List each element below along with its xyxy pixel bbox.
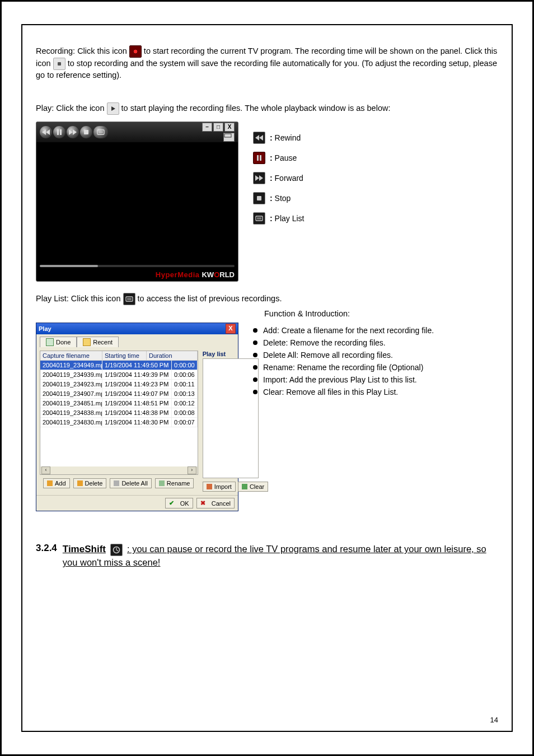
bullet-icon — [253, 328, 257, 333]
rewind-icon — [253, 132, 265, 144]
close-button[interactable]: X — [224, 123, 235, 132]
legend-playlist: : Play List — [253, 212, 498, 225]
forward-icon — [253, 172, 265, 184]
list-item: Import: Add the previous Play List to th… — [263, 375, 417, 384]
text: Play: Click the icon — [36, 103, 107, 112]
delete-all-icon — [114, 480, 119, 486]
text: to start playing the recording files. Th… — [121, 103, 391, 112]
stop-icon — [253, 192, 265, 204]
bullet-icon — [253, 390, 257, 394]
player-forward-button[interactable] — [67, 126, 79, 138]
add-button[interactable]: Add — [43, 478, 70, 488]
rename-icon — [159, 480, 165, 486]
pause-icon — [253, 152, 265, 164]
legend-pause: : Pause — [253, 152, 498, 164]
file-list[interactable]: Capture filename Starting time Duration … — [40, 351, 198, 475]
tab-done[interactable]: Done — [40, 337, 77, 347]
player-progress[interactable] — [36, 263, 238, 269]
table-row[interactable]: 20040119_234838.mpg1/19/2004 11:48:38 PM… — [40, 408, 198, 418]
svg-marker-15 — [259, 135, 263, 141]
table-row[interactable]: 20040119_234923.mpg1/19/2004 11:49:23 PM… — [40, 380, 198, 389]
scroll-right-icon[interactable]: › — [188, 466, 196, 474]
svg-marker-3 — [42, 129, 46, 135]
svg-point-0 — [133, 49, 138, 54]
scroll-left-icon[interactable]: ‹ — [41, 466, 50, 474]
playlist-icon-inline — [123, 293, 135, 305]
h-scrollbar[interactable]: ‹ › — [40, 466, 198, 474]
import-button[interactable]: Import — [203, 482, 236, 492]
cancel-button[interactable]: ✖ Cancel — [196, 498, 235, 508]
svg-rect-21 — [256, 216, 263, 221]
section-3-2-4: 3.2.4 TimeShift : you can pause or recor… — [36, 543, 498, 569]
svg-rect-1 — [58, 62, 61, 66]
table-row[interactable]: 20040119_234939.mpg1/19/2004 11:49:39 PM… — [40, 370, 198, 380]
section-desc: : you can pause or record the live TV pr… — [63, 544, 486, 567]
timeshift-icon — [110, 544, 123, 556]
playlist-heading: Play list — [203, 351, 259, 357]
player-stop-button[interactable] — [80, 126, 92, 138]
bullet-icon — [253, 377, 257, 382]
folder-icon — [46, 338, 54, 346]
section-title: TimeShift — [63, 544, 106, 554]
svg-marker-7 — [69, 129, 73, 135]
section-number: 3.2.4 — [36, 543, 57, 554]
text: to stop recording and the system will sa… — [36, 59, 497, 80]
table-row[interactable]: 20040119_234830.mpg1/19/2004 11:48:30 PM… — [40, 418, 198, 427]
table-row[interactable]: 20040119_234851.mpg1/19/2004 11:48:51 PM… — [40, 399, 198, 408]
list-item: Delete All: Remove all recording files. — [263, 351, 393, 360]
player-rewind-button[interactable] — [40, 126, 52, 138]
delete-button[interactable]: Delete — [73, 478, 107, 488]
func-intro-label: Function & Introduction: — [264, 309, 498, 320]
player-pause-button[interactable] — [53, 126, 65, 138]
dialog-close-button[interactable]: X — [226, 324, 236, 334]
page-number: 14 — [490, 716, 498, 724]
function-bullets: Add: Create a filename for the next reco… — [253, 326, 498, 396]
file-list-header: Capture filename Starting time Duration — [40, 351, 198, 361]
svg-rect-16 — [257, 155, 259, 161]
svg-rect-13 — [224, 134, 231, 137]
svg-rect-24 — [126, 297, 133, 301]
dialog-title: Play — [39, 325, 51, 332]
svg-rect-5 — [57, 129, 59, 135]
player-brand: HyperMedia KWORLD — [36, 269, 238, 281]
svg-rect-20 — [257, 196, 261, 200]
delete-all-button[interactable]: Delete All — [110, 478, 151, 488]
svg-rect-10 — [97, 130, 104, 134]
list-item: Delete: Remove the recording files. — [263, 338, 386, 347]
brand-kworld: KWORLD — [202, 270, 235, 279]
text: Recording: Click this icon — [36, 46, 129, 55]
svg-marker-18 — [255, 175, 259, 181]
legend-rewind: : Rewind — [253, 132, 498, 144]
minimize-button[interactable]: – — [202, 123, 212, 132]
player-playlist-button[interactable] — [93, 126, 108, 138]
svg-marker-14 — [255, 135, 259, 141]
table-row[interactable]: 20040119_234907.mpg1/19/2004 11:49:07 PM… — [40, 389, 198, 399]
table-row[interactable]: 20040119_234949.mpg1/19/2004 11:49:50 PM… — [40, 361, 198, 370]
list-item: Clear: Remove all files in this Play Lis… — [263, 388, 398, 396]
bullet-icon — [253, 353, 257, 357]
tab-recent[interactable]: Recent — [77, 337, 119, 347]
svg-rect-9 — [84, 130, 88, 134]
player-window-controls: – □ X — [202, 123, 235, 142]
clear-button[interactable]: Clear — [238, 482, 268, 492]
recording-paragraph: Recording: Click this icon to start reco… — [36, 45, 498, 81]
svg-rect-17 — [260, 155, 261, 161]
maximize-button[interactable]: □ — [213, 123, 223, 132]
text: Play List: Click this icon — [36, 293, 123, 302]
svg-marker-19 — [259, 175, 263, 181]
clear-icon — [242, 484, 247, 489]
list-item: Rename: Rename the recording file (Optio… — [263, 363, 423, 372]
svg-marker-4 — [46, 129, 50, 135]
playlist-box[interactable] — [203, 358, 259, 478]
ok-button[interactable]: ✔ OK — [165, 498, 193, 508]
aux-button[interactable] — [223, 133, 235, 142]
bullet-icon — [253, 365, 257, 370]
player-window: – □ X HyperMedia KWORLD — [36, 122, 238, 282]
rename-button[interactable]: Rename — [155, 478, 194, 488]
play-paragraph: Play: Click the icon to start playing th… — [36, 102, 498, 115]
play-icon — [107, 102, 119, 115]
svg-marker-8 — [73, 129, 77, 135]
svg-rect-6 — [60, 129, 62, 135]
stop-icon-small — [53, 58, 65, 70]
brand-hypermedia: HyperMedia — [156, 270, 200, 279]
